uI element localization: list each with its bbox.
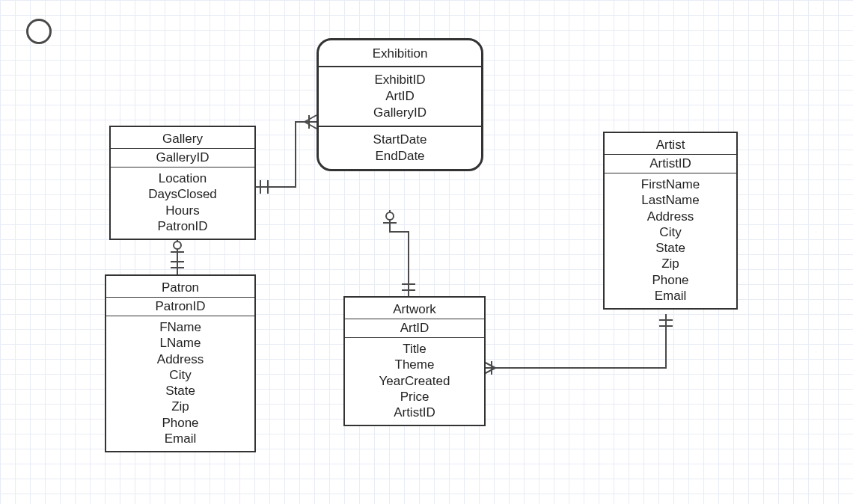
entity-pks: ExhibitID ArtID GalleryID (319, 67, 481, 126)
diagram-canvas: Gallery GalleryID Location DaysClosed Ho… (0, 0, 853, 504)
entity-artist[interactable]: Artist ArtistID FirstName LastName Addre… (603, 132, 738, 310)
attr: City (109, 367, 251, 383)
entity-attrs: StartDate EndDate (319, 127, 481, 169)
entity-pk: ArtID (345, 319, 484, 338)
attr: Title (348, 341, 481, 357)
attr: ArtistID (348, 405, 481, 420)
entity-patron[interactable]: Patron PatronID FName LName Address City… (105, 274, 256, 452)
attr: LastName (608, 192, 733, 208)
attr: Email (608, 288, 733, 304)
entity-title: Patron (106, 276, 254, 297)
attr: PatronID (114, 218, 251, 234)
attr: Phone (109, 415, 251, 431)
pk: ArtID (322, 88, 478, 105)
attr: FName (109, 319, 251, 335)
attr: Theme (348, 357, 481, 372)
entity-attrs: FName LName Address City State Zip Phone… (106, 316, 254, 451)
attr: Address (608, 209, 733, 224)
attr: Zip (109, 399, 251, 414)
entity-attrs: Location DaysClosed Hours PatronID (111, 168, 254, 239)
attr: Phone (608, 272, 733, 288)
attr: EndDate (322, 148, 478, 165)
entity-title: Gallery (111, 127, 254, 148)
attr: FirstName (608, 176, 733, 192)
svg-line-2 (305, 115, 317, 122)
attr: Price (348, 389, 481, 405)
attr: Email (109, 431, 251, 446)
attr: Zip (608, 256, 733, 271)
entity-pk: PatronID (106, 297, 254, 316)
svg-point-6 (174, 242, 181, 249)
attr: Hours (114, 203, 251, 218)
attr: State (608, 240, 733, 256)
attr: YearCreated (348, 373, 481, 389)
entity-pk: ArtistID (605, 154, 736, 173)
entity-gallery[interactable]: Gallery GalleryID Location DaysClosed Ho… (109, 126, 256, 240)
radio-option[interactable] (26, 19, 52, 44)
pk: GalleryID (322, 105, 478, 121)
entity-attrs: FirstName LastName Address City State Zi… (605, 173, 736, 308)
attr: Address (109, 351, 251, 367)
pk: ExhibitID (322, 72, 478, 88)
entity-exhibition[interactable]: Exhibition ExhibitID ArtID GalleryID Sta… (317, 38, 483, 171)
attr: LName (109, 335, 251, 351)
attr: StartDate (322, 132, 478, 148)
attr: City (608, 224, 733, 240)
entity-pk: GalleryID (111, 148, 254, 168)
attr: Location (114, 170, 251, 186)
entity-title: Exhibition (319, 40, 481, 67)
entity-attrs: Title Theme YearCreated Price ArtistID (345, 338, 484, 425)
svg-point-10 (386, 212, 394, 220)
entity-artwork[interactable]: Artwork ArtID Title Theme YearCreated Pr… (343, 296, 486, 426)
entity-title: Artist (605, 133, 736, 154)
attr: State (109, 383, 251, 399)
entity-title: Artwork (345, 298, 484, 319)
attr: DaysClosed (114, 186, 251, 202)
svg-line-3 (305, 122, 317, 129)
